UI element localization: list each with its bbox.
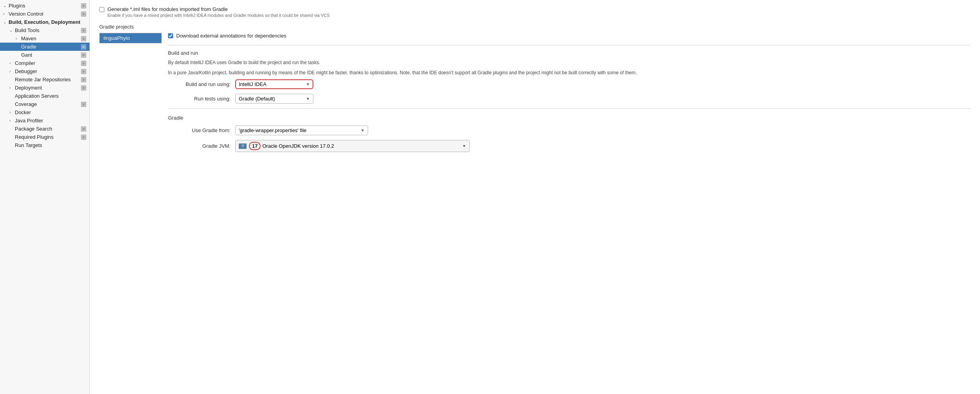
use-gradle-from-dropdown[interactable]: 'gradle-wrapper.properties' file ▼ — [235, 125, 368, 135]
gradle-section-title: Gradle — [168, 115, 971, 121]
jvm-icon: ☰ — [239, 143, 247, 149]
build-and-run-using-dropdown[interactable]: IntelliJ IDEA ▼ — [235, 79, 313, 89]
project-list: linguaPhylo — [99, 33, 162, 43]
sidebar-item-version-control[interactable]: ›Version Control≡ — [0, 10, 89, 18]
project-item[interactable]: linguaPhylo — [100, 33, 161, 43]
use-gradle-from-label: Use Gradle from: — [168, 127, 231, 133]
gradle-jvm-value: Oracle OpenJDK version 17.0.2 — [262, 143, 334, 149]
sidebar-item-label: Compiler — [15, 60, 35, 66]
arrow-icon: › — [9, 110, 14, 115]
sidebar-item-label: Gradle — [21, 44, 36, 50]
sidebar-item-compiler[interactable]: ›Compiler≡ — [0, 59, 89, 67]
arrow-icon: › — [9, 69, 14, 73]
sidebar-item-label: Gant — [21, 52, 32, 58]
sidebar-item-label: Plugins — [9, 3, 25, 9]
sidebar-item-gant[interactable]: Gant≡ — [0, 51, 89, 59]
settings-page-icon: ≡ — [81, 102, 86, 107]
generate-iml-row: Generate *.iml files for modules importe… — [99, 6, 971, 18]
dropdown-arrow-2-icon: ▼ — [306, 97, 310, 101]
sidebar-item-label: Deployment — [15, 85, 42, 91]
divider-2 — [168, 108, 971, 109]
sidebar-item-label: Docker — [15, 109, 31, 115]
gradle-jvm-row: Gradle JVM: ☰ 17 Oracle OpenJDK version … — [168, 140, 971, 152]
dropdown-arrow-4-icon: ▼ — [462, 144, 466, 148]
sidebar-item-label: Version Control — [9, 11, 43, 17]
settings-page-icon: ≡ — [81, 3, 86, 9]
sidebar-item-plugins[interactable]: ⌄Plugins≡ — [0, 2, 89, 10]
sidebar-item-build-execution-deployment[interactable]: ⌄Build, Execution, Deployment — [0, 18, 89, 26]
arrow-icon: › — [9, 86, 14, 90]
arrow-icon: › — [9, 61, 14, 65]
build-and-run-using-value: IntelliJ IDEA — [239, 81, 266, 87]
sidebar-item-deployment[interactable]: ›Deployment≡ — [0, 84, 89, 92]
arrow-icon: › — [16, 36, 20, 41]
download-annotations-label[interactable]: Download external annotations for depend… — [176, 33, 286, 39]
settings-page-icon: ≡ — [81, 85, 86, 91]
settings-page-icon: ≡ — [81, 44, 86, 50]
generate-iml-label[interactable]: Generate *.iml files for modules importe… — [107, 6, 228, 12]
sidebar-item-label: Remote Jar Repositories — [15, 77, 71, 82]
run-tests-using-dropdown[interactable]: Gradle (Default) ▼ — [235, 94, 313, 104]
generate-iml-sub: Enable if you have a mixed project with … — [107, 13, 330, 18]
divider — [168, 45, 971, 45]
sidebar-item-label: Debugger — [15, 68, 37, 74]
settings-page-icon: ≡ — [81, 134, 86, 140]
main-panel: Generate *.iml files for modules importe… — [90, 0, 980, 394]
gradle-projects-body: linguaPhylo Download external annotation… — [99, 33, 971, 157]
dropdown-arrow-icon: ▼ — [306, 82, 310, 86]
sidebar-item-docker[interactable]: ›Docker — [0, 108, 89, 116]
sidebar-item-package-search[interactable]: Package Search≡ — [0, 125, 89, 133]
sidebar-item-run-targets[interactable]: Run Targets — [0, 141, 89, 149]
settings-page-icon: ≡ — [81, 77, 86, 82]
sidebar-item-required-plugins[interactable]: Required Plugins≡ — [0, 133, 89, 141]
sidebar-item-build-tools[interactable]: ⌄Build Tools≡ — [0, 26, 89, 34]
generate-iml-checkbox[interactable] — [99, 7, 104, 12]
sidebar-item-application-servers[interactable]: Application Servers — [0, 92, 89, 100]
sidebar-item-label: Maven — [21, 36, 36, 41]
gradle-options: Download external annotations for depend… — [168, 33, 971, 157]
build-and-run-using-row: Build and run using: IntelliJ IDEA ▼ — [168, 79, 971, 89]
sidebar-item-java-profiler[interactable]: ›Java Profiler — [0, 116, 89, 125]
run-tests-using-row: Run tests using: Gradle (Default) ▼ — [168, 94, 971, 104]
gradle-projects-label: Gradle projects — [99, 24, 971, 30]
download-annotations-checkbox[interactable] — [168, 33, 173, 38]
sidebar-item-label: Required Plugins — [15, 134, 54, 140]
build-and-run-using-label: Build and run using: — [168, 81, 231, 87]
sidebar-item-maven[interactable]: ›Maven≡ — [0, 34, 89, 43]
sidebar-item-label: Package Search — [15, 126, 52, 132]
settings-page-icon: ≡ — [81, 61, 86, 66]
download-annotations-row: Download external annotations for depend… — [168, 33, 971, 39]
sidebar-item-label: Build, Execution, Deployment — [9, 19, 80, 25]
sidebar-item-coverage[interactable]: Coverage≡ — [0, 100, 89, 108]
sidebar-item-label: Run Targets — [15, 142, 42, 148]
settings-page-icon: ≡ — [81, 28, 86, 33]
arrow-icon: › — [3, 12, 8, 16]
build-and-run-desc2: In a pure Java/Kotlin project, building … — [168, 69, 971, 76]
settings-page-icon: ≡ — [81, 126, 86, 132]
arrow-icon: › — [9, 118, 14, 123]
run-tests-using-label: Run tests using: — [168, 96, 231, 102]
dropdown-arrow-3-icon: ▼ — [361, 128, 365, 133]
build-and-run-desc1: By default IntelliJ IDEA uses Gradle to … — [168, 59, 971, 66]
use-gradle-from-value: 'gradle-wrapper.properties' file — [239, 127, 306, 133]
sidebar-item-label: Java Profiler — [15, 118, 43, 124]
sidebar-item-gradle[interactable]: Gradle≡ — [0, 43, 89, 51]
use-gradle-from-row: Use Gradle from: 'gradle-wrapper.propert… — [168, 125, 971, 135]
settings-sidebar: ⌄Plugins≡›Version Control≡⌄Build, Execut… — [0, 0, 90, 394]
gradle-jvm-label: Gradle JVM: — [168, 143, 231, 149]
jvm-version-badge: 17 — [249, 142, 261, 150]
arrow-icon: ⌄ — [3, 4, 8, 8]
sidebar-item-remote-jar-repositories[interactable]: Remote Jar Repositories≡ — [0, 75, 89, 84]
build-and-run-title: Build and run — [168, 50, 971, 56]
gradle-projects-section: Gradle projects linguaPhylo Download ext… — [99, 24, 971, 157]
sidebar-item-debugger[interactable]: ›Debugger≡ — [0, 67, 89, 75]
arrow-icon: ⌄ — [3, 20, 8, 24]
gradle-jvm-dropdown[interactable]: ☰ 17 Oracle OpenJDK version 17.0.2 ▼ — [235, 140, 470, 152]
run-tests-using-value: Gradle (Default) — [239, 96, 275, 102]
sidebar-item-label: Build Tools — [15, 27, 39, 33]
settings-page-icon: ≡ — [81, 52, 86, 58]
sidebar-item-label: Application Servers — [15, 93, 59, 99]
sidebar-item-label: Coverage — [15, 101, 37, 107]
settings-page-icon: ≡ — [81, 69, 86, 74]
arrow-icon: ⌄ — [9, 28, 14, 32]
